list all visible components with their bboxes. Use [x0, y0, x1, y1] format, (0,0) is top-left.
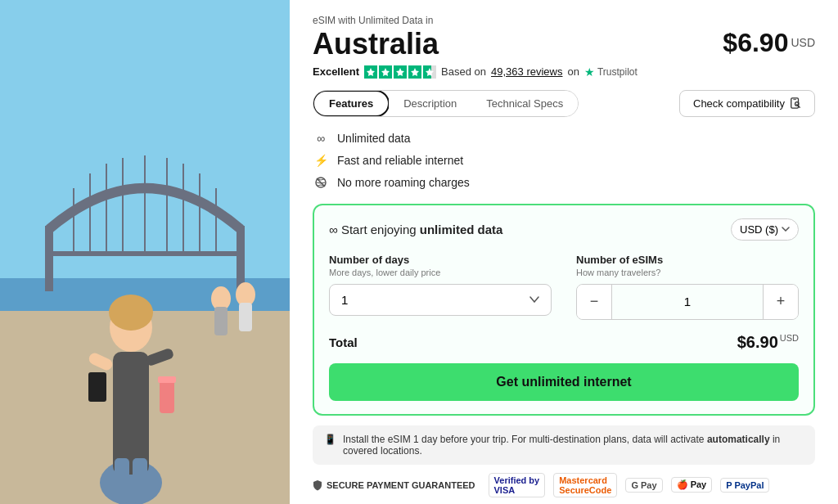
reviews-suffix: on: [567, 65, 579, 78]
days-value: 1: [341, 293, 348, 307]
star-5-half: [423, 65, 436, 79]
total-price: $6.90USD: [737, 333, 799, 352]
esims-stepper: − 1 +: [576, 284, 799, 320]
payment-logos: Verified byVISA MastercardSecureCode G P…: [489, 473, 770, 497]
applepay-logo: 🍎 Pay: [671, 477, 713, 493]
rating-row: Excellent Based on 49,363 reviews on ★ T…: [313, 65, 815, 79]
visa-logo: Verified byVISA: [489, 473, 546, 497]
tab-group: Features Description Technical Specs: [313, 90, 579, 117]
chevron-down-icon: [782, 227, 790, 232]
tab-features[interactable]: Features: [313, 90, 390, 117]
product-detail-panel: eSIM with Unlimited Data in Australia $6…: [290, 0, 838, 504]
price-main: $6.90: [723, 28, 788, 57]
gpay-logo: G Pay: [625, 478, 662, 493]
svg-rect-2: [45, 226, 53, 291]
info-icon: 📱: [324, 434, 336, 445]
svg-rect-21: [88, 372, 106, 402]
star-4: [408, 65, 421, 79]
svg-marker-31: [381, 68, 390, 76]
feature-fast-internet: ⚡ Fast and reliable internet: [313, 152, 815, 169]
pricing-header-text: Start enjoying: [341, 223, 420, 236]
total-price-value: $6.90: [737, 333, 778, 351]
hero-image-panel: [0, 0, 290, 504]
pricing-header-icon: ∞: [329, 223, 341, 236]
feature-text-unlimited: Unlimited data: [337, 132, 411, 145]
svg-rect-24: [115, 458, 129, 503]
cta-button[interactable]: Get unlimited internet: [329, 363, 799, 401]
tab-description[interactable]: Description: [389, 91, 471, 116]
currency-value: USD ($): [740, 223, 778, 236]
price-currency: USD: [791, 36, 815, 49]
secure-label: SECURE PAYMENT GUARANTEED: [327, 480, 475, 490]
price-block: $6.90USD: [723, 28, 815, 58]
tab-technical-specs[interactable]: Technical Specs: [471, 91, 578, 116]
payment-footer: SECURE PAYMENT GUARANTEED Verified byVIS…: [313, 473, 815, 497]
secure-payment-badge: SECURE PAYMENT GUARANTEED: [313, 479, 475, 491]
svg-marker-32: [396, 68, 404, 76]
check-compatibility-button[interactable]: Check compatibility: [679, 90, 815, 117]
days-selector-col: Number of days More days, lower daily pr…: [329, 254, 552, 320]
unlimited-label: ∞ Start enjoying unlimited data: [329, 223, 502, 236]
days-label: Number of days: [329, 254, 552, 266]
infinity-icon: ∞: [313, 130, 329, 146]
tabs-row: Features Description Technical Specs Che…: [313, 90, 815, 117]
svg-rect-16: [113, 352, 149, 475]
svg-marker-30: [367, 68, 375, 76]
reviews-link[interactable]: 49,363 reviews: [491, 65, 562, 78]
star-3: [394, 65, 407, 79]
bolt-icon: ⚡: [313, 152, 329, 169]
svg-marker-33: [411, 68, 419, 76]
svg-point-18: [109, 295, 153, 331]
days-sublabel: More days, lower daily price: [329, 268, 552, 277]
svg-rect-22: [160, 380, 174, 413]
total-label: Total: [329, 335, 358, 349]
feature-unlimited-data: ∞ Unlimited data: [313, 130, 815, 146]
svg-rect-25: [133, 458, 147, 503]
star-rating: [364, 65, 436, 79]
currency-selector[interactable]: USD ($): [731, 218, 799, 241]
total-price-currency: USD: [780, 333, 799, 343]
country-name: Australia: [313, 28, 439, 61]
star-1: [364, 65, 377, 79]
country-header: Australia $6.90USD: [313, 28, 815, 61]
pricing-box-header: ∞ Start enjoying unlimited data USD ($): [329, 218, 799, 241]
trustpilot-label: Trustpilot: [597, 66, 638, 78]
feature-text-fast: Fast and reliable internet: [337, 154, 463, 167]
reviews-text: Based on: [441, 65, 486, 78]
svg-rect-23: [158, 376, 176, 383]
days-chevron-icon: [529, 296, 539, 303]
features-list: ∞ Unlimited data ⚡ Fast and reliable int…: [313, 130, 815, 191]
pricing-box: ∞ Start enjoying unlimited data USD ($) …: [313, 204, 815, 416]
info-text: Install the eSIM 1 day before your trip.…: [343, 434, 804, 457]
esims-decrease-button[interactable]: −: [577, 285, 611, 319]
mastercard-logo: MastercardSecureCode: [553, 473, 617, 497]
svg-point-37: [795, 102, 799, 106]
paypal-logo: P PayPal: [720, 478, 769, 493]
esims-value: 1: [611, 285, 764, 319]
esim-label: eSIM with Unlimited Data in: [313, 15, 815, 26]
svg-marker-34: [426, 68, 434, 76]
selectors-row: Number of days More days, lower daily pr…: [329, 254, 799, 320]
feature-no-roaming: No more roaming charges: [313, 174, 815, 191]
esims-label: Number of eSIMs: [576, 254, 799, 266]
days-dropdown[interactable]: 1: [329, 284, 552, 316]
shield-icon: [313, 479, 322, 491]
feature-text-roaming: No more roaming charges: [337, 176, 470, 189]
star-2: [379, 65, 392, 79]
trustpilot-badge: ★ Trustpilot: [584, 65, 638, 79]
compatibility-icon: [790, 97, 801, 109]
esims-selector-col: Number of eSIMs How many travelers? − 1 …: [576, 254, 799, 320]
info-banner: 📱 Install the eSIM 1 day before your tri…: [313, 425, 815, 465]
pricing-header-bold: unlimited data: [420, 223, 503, 236]
rating-label: Excellent: [313, 65, 359, 78]
trustpilot-star-icon: ★: [584, 65, 595, 79]
esims-increase-button[interactable]: +: [764, 285, 798, 319]
svg-rect-3: [237, 226, 245, 291]
esims-sublabel: How many travelers?: [576, 268, 799, 277]
total-row: Total $6.90USD: [329, 333, 799, 352]
check-compatibility-label: Check compatibility: [693, 97, 785, 110]
no-roam-icon: [313, 174, 329, 191]
svg-rect-29: [239, 303, 252, 331]
svg-rect-27: [214, 307, 228, 335]
